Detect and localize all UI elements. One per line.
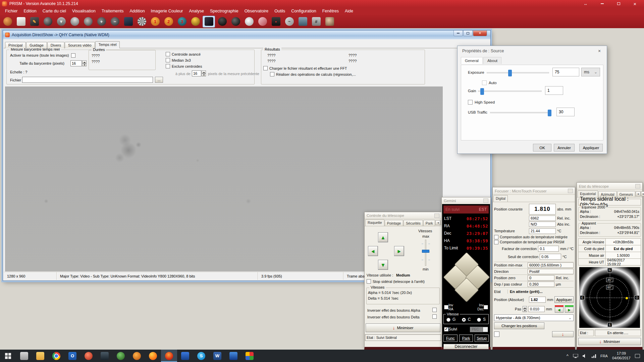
usb-slider-thumb[interactable] [548,110,551,116]
toolbar-button-moon-phase[interactable] [42,16,54,27]
network-icon[interactable] [591,354,596,358]
menu-item-edition[interactable]: Edition [21,8,40,14]
menu-item-aide[interactable]: Aide [342,8,356,14]
highspeed-checkbox[interactable] [468,100,473,105]
taskbar-firefox[interactable] [145,350,161,362]
tab-raquette[interactable]: Raquette [365,219,384,226]
taskbar-prism[interactable] [161,350,177,362]
toolbar-button-dark-sphere[interactable] [229,16,242,27]
minimize-button[interactable] [595,0,609,7]
tab-pointage[interactable]: Pointage [385,220,403,226]
usb-value-input[interactable]: 30 [556,108,575,116]
fft-checkbox[interactable] [263,66,268,70]
centroide-checkbox[interactable] [166,52,170,56]
annuler-button[interactable]: Annuler [554,144,575,152]
ok-button[interactable]: OK [533,144,551,152]
activer-checkbox[interactable] [71,53,75,58]
toolbar-button-motor-2[interactable]: 2 [162,16,175,27]
proprietes-close-icon[interactable]: × [592,46,607,56]
language-indicator[interactable]: FRA [600,354,608,358]
etat-titlebar[interactable]: Etat du télescope [577,183,642,190]
menu-item-addition[interactable]: Addition [126,8,148,14]
toolbar-button-observer-profile[interactable] [323,16,336,27]
func-button[interactable]: Func [443,335,458,342]
exposure-slider-thumb[interactable] [508,70,512,76]
toolbar-button-download-arrow[interactable]: ▼ [55,16,67,27]
appliquer-button[interactable]: Appliquer [579,144,603,152]
pin-icon[interactable]: ↔ [579,0,593,7]
clock[interactable]: 17:09 04/06/2017 [612,351,631,361]
acquisition-titlebar[interactable]: Acquisition DirectShow -> QHY Camera (Na… [3,31,490,39]
taskbar-file-explorer[interactable] [32,350,48,362]
inverser-alpha-checkbox[interactable] [432,308,437,312]
changer-positions-button[interactable]: Changer les positions [494,322,544,329]
slew-north-button[interactable]: ▲ [378,232,388,242]
tab-general[interactable]: General [461,57,483,64]
taille-spinner[interactable] [82,60,87,66]
acq-maximize-button[interactable] [463,31,473,36]
taskbar-word[interactable]: W [209,350,225,362]
suivi-checkbox[interactable] [444,327,448,331]
tab-divers[interactable]: Divers [47,42,64,48]
focuser-appliquer-button[interactable]: Appliquer [554,296,574,303]
controle-close-button[interactable] [434,214,439,218]
toolbar-button-planet-sphere[interactable] [82,16,94,27]
focuser-titlebar[interactable]: Focuser : MicroTouch Focuser [493,187,575,195]
comp-prism-checkbox[interactable] [494,240,498,244]
tab-about[interactable]: About [483,57,501,64]
tab-principal[interactable]: Principal [5,42,26,48]
taskbar-app-dark[interactable] [97,350,113,362]
taskbar-app-green[interactable] [113,350,129,362]
menu-item-imagerie-couleur[interactable]: Imagerie Couleur [148,8,186,14]
toolbar-button-wire-sphere[interactable] [243,16,255,27]
taskbar-chrome[interactable] [48,350,64,362]
menu-item-outils[interactable]: Outils [271,8,288,14]
focus-out-button[interactable]: ► [565,307,574,313]
toolbar-button-camera-capture[interactable] [1,16,14,27]
tab-sources-vid-o[interactable]: Sources vidéo [65,42,95,48]
menu-item-configuration[interactable]: Configuration [288,8,319,14]
vitesse-slider[interactable] [425,240,426,266]
pas-spinner[interactable] [523,306,527,312]
vitesse-slider-thumb[interactable] [422,250,429,253]
toolbar-button-edit-frame[interactable]: ✎ [28,16,41,27]
etat-minimiser-button[interactable]: ↓ Minimiser [578,338,641,345]
focuser-close-button[interactable] [568,189,573,193]
vitesse-g-radio[interactable] [446,318,450,322]
gain-slider[interactable] [478,90,542,92]
controle-minimiser-button[interactable]: ↓ Minimiser [366,323,440,332]
median-checkbox[interactable] [166,58,170,62]
stop-sideral-checkbox[interactable] [367,279,371,284]
park-button[interactable]: Park [459,335,473,342]
acq-minimize-button[interactable] [453,31,463,36]
taskbar-outlook[interactable]: O [64,350,80,362]
focuser-bottom-checkbox[interactable] [494,331,499,337]
restore-button[interactable] [611,0,626,7]
preset-select[interactable]: Hyperstar - Atik (8.700mm) ⌄ [494,314,574,321]
scroll-left-icon[interactable]: ◄ [636,191,641,196]
scroll-right-icon[interactable]: ► [641,191,644,196]
taskbar-start[interactable] [0,350,16,362]
tab-temps-r-el[interactable]: Temps réel [95,41,120,48]
toolbar-button-aperture-disk[interactable] [136,16,148,27]
controle-titlebar[interactable]: Controle du télescope [365,212,441,219]
taskbar-skype[interactable]: S [193,350,209,362]
display-icon[interactable] [573,354,578,358]
menu-item-fen-tres[interactable]: Fenêtres [319,8,342,14]
aplus-input[interactable]: 16 [192,70,201,76]
toolbar-button-mixer-panel[interactable]: • [270,16,282,27]
exposure-unit-select[interactable]: ms ⌄ [581,68,600,76]
calc-checkbox[interactable] [270,72,274,76]
comp-auto-checkbox[interactable] [494,235,498,239]
pec-toggle[interactable]: PEC [470,327,488,332]
toolbar-button-new-document[interactable] [15,16,27,27]
slew-west-button[interactable]: ◄ [368,246,378,256]
scroll-left-icon[interactable]: ◄ [435,220,440,225]
taskbar-app-blue[interactable] [177,350,193,362]
tab-digital[interactable]: Digital [493,195,508,202]
gain-value-input[interactable]: 1 [545,86,563,95]
acq-close-button[interactable]: × [473,31,487,36]
toolbar-button-color-dropper[interactable] [256,16,269,27]
taskbar-photos-app[interactable] [241,350,258,362]
tab-guidage[interactable]: Guidage [26,42,47,48]
